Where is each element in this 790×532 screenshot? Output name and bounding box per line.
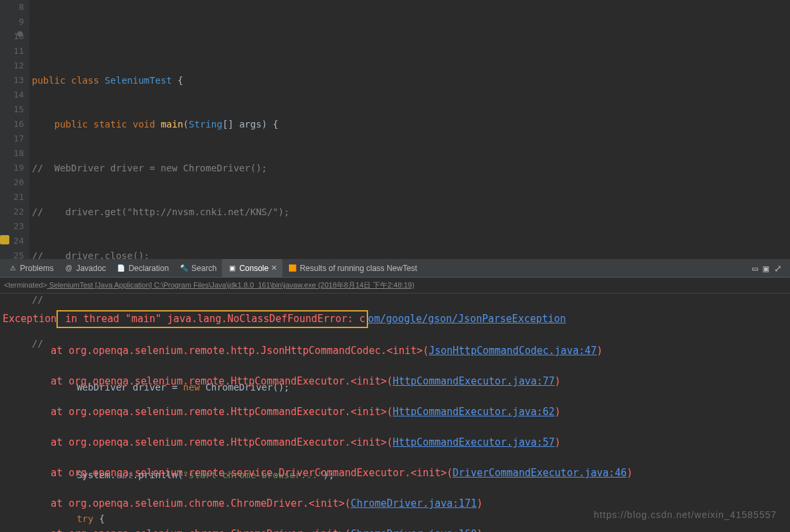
tab-label: Search	[191, 264, 217, 273]
stack-link[interactable]: ChromeDriver.java:160	[351, 528, 477, 532]
javadoc-icon: @	[64, 264, 74, 273]
breakpoint-icon[interactable]	[17, 31, 23, 37]
tab-label: Declaration	[128, 264, 169, 273]
line-number: 18	[0, 146, 24, 161]
stack-link[interactable]: HttpCommandExecutor.java:77	[393, 375, 555, 387]
line-number: 12	[0, 58, 24, 73]
line-number: 11	[0, 44, 24, 58]
warning-icon[interactable]	[0, 235, 9, 244]
stack-link[interactable]: ChromeDriver.java:171	[351, 497, 477, 509]
line-number: 8	[0, 0, 24, 15]
tab-javadoc[interactable]: @Javadoc	[59, 259, 112, 277]
console-icon: ▣	[227, 264, 237, 273]
tab-label: Problems	[20, 264, 54, 273]
results-icon: 🟧	[288, 264, 297, 273]
stack-link[interactable]: JsonHttpCommandCodec.java:47	[429, 345, 597, 357]
tab-search[interactable]: 🔦Search	[174, 259, 222, 277]
close-icon[interactable]: ✕	[271, 264, 277, 272]
line-number: 17	[0, 132, 24, 146]
declaration-icon: 📄	[116, 264, 126, 273]
stack-link[interactable]: HttpCommandExecutor.java:57	[393, 436, 555, 448]
minimize-icon[interactable]: ▭	[752, 263, 757, 274]
stack-link[interactable]: DriverCommandExecutor.java:46	[452, 467, 627, 479]
line-number: 19	[0, 161, 24, 175]
line-number: 21	[0, 190, 24, 205]
line-number: 22	[0, 205, 24, 219]
search-icon: 🔦	[179, 264, 189, 273]
tab-label: Console	[239, 264, 268, 273]
line-number: 16	[0, 117, 24, 132]
highlight-annotation: in thread "main" java.lang.NoClassDefFou…	[56, 310, 368, 328]
line-number: 9	[0, 15, 24, 29]
code-text[interactable]: public class SeleniumTest { public stati…	[29, 0, 790, 259]
stack-link[interactable]: HttpCommandExecutor.java:62	[393, 406, 555, 418]
tab-results[interactable]: 🟧Results of running class NewTest	[282, 259, 423, 277]
maximize-icon[interactable]: ▣	[763, 263, 769, 274]
line-gutter: 8 9 10 11 12 13 14 15 16 17 18 19 20 21 …	[0, 0, 29, 259]
tab-console[interactable]: ▣Console✕	[222, 259, 282, 277]
tab-label: Results of running class NewTest	[300, 264, 417, 273]
problems-icon: ⚠	[8, 264, 17, 273]
tab-declaration[interactable]: 📄Declaration	[111, 259, 174, 277]
code-editor[interactable]: 8 9 10 11 12 13 14 15 16 17 18 19 20 21 …	[0, 0, 790, 259]
line-number: 20	[0, 175, 24, 190]
line-number: 13	[0, 73, 24, 88]
bottom-panel-tabs: ⚠Problems @Javadoc 📄Declaration 🔦Search …	[0, 259, 790, 278]
line-number: 15	[0, 102, 24, 117]
line-number: 14	[0, 88, 24, 102]
tab-problems[interactable]: ⚠Problems	[3, 259, 59, 277]
line-number: 23	[0, 219, 24, 234]
tab-label: Javadoc	[76, 264, 106, 273]
restore-icon[interactable]: ⤢	[774, 263, 782, 274]
